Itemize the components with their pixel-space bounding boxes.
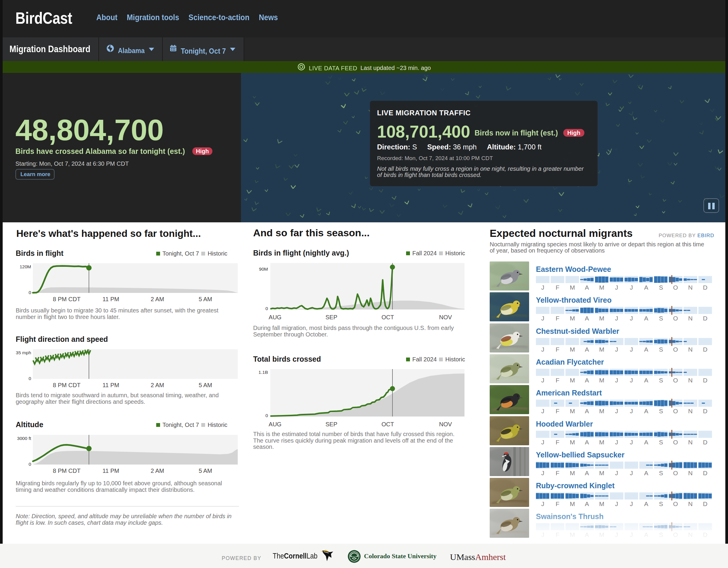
svg-text:2 AM: 2 AM (151, 296, 164, 302)
svg-text:0: 0 (265, 306, 268, 311)
svg-text:3000 ft: 3000 ft (17, 436, 31, 441)
svg-text:AUG: AUG (269, 421, 281, 427)
svg-text:5 AM: 5 AM (199, 296, 212, 302)
svg-text:11 PM: 11 PM (103, 296, 119, 302)
svg-text:5 AM: 5 AM (199, 468, 212, 474)
svg-text:OCT: OCT (381, 314, 394, 320)
svg-text:11 PM: 11 PM (103, 468, 119, 474)
svg-text:35 mph: 35 mph (16, 350, 31, 355)
svg-text:8 PM CDT: 8 PM CDT (53, 382, 80, 388)
svg-text:5 AM: 5 AM (199, 382, 212, 388)
svg-text:SEP: SEP (325, 314, 337, 320)
svg-text:0: 0 (28, 290, 31, 295)
svg-text:2 AM: 2 AM (151, 382, 164, 388)
svg-text:8 PM CDT: 8 PM CDT (53, 296, 80, 302)
svg-text:NOV: NOV (439, 314, 452, 320)
svg-text:OCT: OCT (381, 421, 394, 427)
svg-text:1.1B: 1.1B (258, 370, 268, 375)
svg-text:AUG: AUG (269, 314, 281, 320)
svg-text:11 PM: 11 PM (103, 382, 119, 388)
svg-text:120M: 120M (20, 264, 31, 269)
svg-text:0: 0 (265, 413, 268, 418)
svg-text:SEP: SEP (325, 421, 337, 427)
svg-text:0: 0 (28, 462, 31, 467)
svg-text:0: 0 (28, 376, 31, 381)
svg-text:2 AM: 2 AM (151, 468, 164, 474)
svg-text:NOV: NOV (439, 421, 452, 427)
svg-text:90M: 90M (259, 267, 268, 272)
svg-text:8 PM CDT: 8 PM CDT (53, 468, 80, 474)
